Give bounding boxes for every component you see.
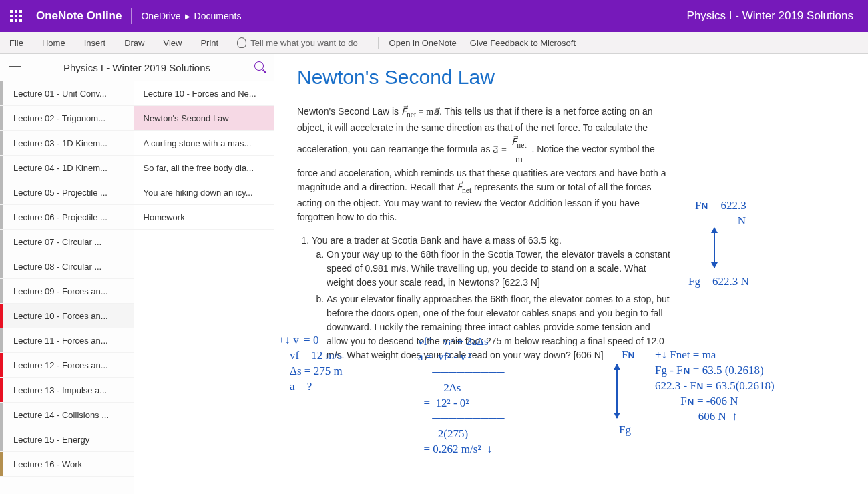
section-label: Lecture 10 - Forces an... bbox=[13, 311, 108, 321]
tab-print[interactable]: Print bbox=[191, 32, 228, 53]
ink-kinematics-solve: vf² = vᵢ² + 2aΔs a = vf² - vᵢ² ─────────… bbox=[418, 334, 505, 457]
lightbulb-icon bbox=[237, 37, 246, 48]
ink-fg-top: Fg = 622.3 N bbox=[688, 274, 749, 290]
navigation-sidebar: Physics I - Winter 2019 Solutions Lectur… bbox=[0, 54, 274, 494]
section-label: Lecture 12 - Forces an... bbox=[13, 360, 108, 370]
section-label: Lecture 05 - Projectile ... bbox=[13, 188, 107, 198]
tell-me-placeholder: Tell me what you want to do bbox=[250, 38, 357, 48]
section-item[interactable]: Lecture 09 - Forces an... bbox=[0, 279, 134, 304]
ink-newton-solve: +↓ Fnet = ma Fg - Fɴ = 63.5 (0.2618) 622… bbox=[655, 348, 775, 425]
section-item[interactable]: Lecture 15 - Energy bbox=[0, 427, 134, 452]
section-label: Lecture 15 - Energy bbox=[13, 435, 89, 445]
section-label: Lecture 07 - Circular ... bbox=[13, 237, 101, 247]
section-label: Lecture 03 - 1D Kinem... bbox=[13, 138, 107, 148]
section-item[interactable]: Lecture 14 - Collisions ... bbox=[0, 403, 134, 427]
tab-home[interactable]: Home bbox=[33, 32, 75, 53]
sidebar-header: Physics I - Winter 2019 Solutions bbox=[0, 54, 274, 81]
main-area: Physics I - Winter 2019 Solutions Lectur… bbox=[0, 54, 868, 494]
section-item[interactable]: Lecture 04 - 1D Kinem... bbox=[0, 156, 134, 180]
section-item[interactable]: Lecture 02 - Trigonom... bbox=[0, 106, 134, 131]
section-item[interactable]: Lecture 11 - Forces an... bbox=[0, 328, 134, 353]
app-launcher-button[interactable] bbox=[0, 0, 32, 32]
intro-paragraph: Newton's Second Law is F⃗net = ma⃗. This… bbox=[297, 105, 671, 224]
search-icon bbox=[254, 61, 264, 71]
section-item[interactable]: Lecture 07 - Circular ... bbox=[0, 230, 134, 254]
ink-force-arrow bbox=[616, 364, 618, 418]
tab-view[interactable]: View bbox=[154, 32, 192, 53]
section-item[interactable]: Lecture 10 - Forces an... bbox=[0, 304, 134, 328]
ribbon-tabs: File Home Insert Draw View Print Tell me… bbox=[0, 32, 868, 54]
page-item[interactable]: Newton's Second Law bbox=[134, 106, 274, 131]
tab-insert[interactable]: Insert bbox=[75, 32, 116, 53]
section-label: Lecture 08 - Circular ... bbox=[13, 262, 101, 272]
hamburger-icon bbox=[9, 66, 21, 71]
section-page-lists: Lecture 01 - Unit Conv...Lecture 02 - Tr… bbox=[0, 81, 274, 494]
ink-kinematics-given: +↓ vᵢ = 0 vf = 12 m/s Δs = 275 m a = ? bbox=[278, 333, 343, 395]
section-label: Lecture 13 - Impulse a... bbox=[13, 385, 107, 395]
section-label: Lecture 11 - Forces an... bbox=[13, 336, 108, 346]
app-brand: OneNote Online bbox=[32, 9, 131, 23]
section-label: Lecture 14 - Collisions ... bbox=[13, 410, 109, 420]
section-label: Lecture 04 - 1D Kinem... bbox=[13, 163, 107, 173]
section-item[interactable]: Lecture 03 - 1D Kinem... bbox=[0, 131, 134, 156]
section-item[interactable]: Lecture 05 - Projectile ... bbox=[0, 180, 134, 205]
section-item[interactable]: Lecture 01 - Unit Conv... bbox=[0, 81, 134, 106]
open-in-onenote-link[interactable]: Open in OneNote bbox=[389, 38, 457, 48]
breadcrumb[interactable]: OneDrive ▶ Documents bbox=[132, 11, 250, 21]
page-title: Newton's Second Law bbox=[297, 66, 848, 89]
section-label: Lecture 02 - Trigonom... bbox=[13, 113, 105, 123]
question-1a: On your way up to the 68th floor in the … bbox=[327, 248, 671, 290]
section-item[interactable]: Lecture 13 - Impulse a... bbox=[0, 378, 134, 403]
page-list[interactable]: Lecture 10 - Forces and Ne...Newton's Se… bbox=[134, 81, 274, 494]
ink-arrow-top bbox=[714, 228, 715, 268]
section-item[interactable]: Lecture 12 - Forces an... bbox=[0, 353, 134, 378]
nav-toggle-button[interactable] bbox=[0, 61, 29, 75]
section-list[interactable]: Lecture 01 - Unit Conv...Lecture 02 - Tr… bbox=[0, 81, 134, 494]
section-label: Lecture 06 - Projectile ... bbox=[13, 212, 107, 222]
page-item[interactable]: Homework bbox=[134, 205, 274, 230]
tell-me-search[interactable]: Tell me what you want to do bbox=[228, 37, 367, 48]
page-item[interactable]: Lecture 10 - Forces and Ne... bbox=[134, 81, 274, 106]
page-body-text: Newton's Second Law is F⃗net = ma⃗. This… bbox=[297, 105, 671, 362]
section-label: Lecture 09 - Forces an... bbox=[13, 286, 108, 296]
waffle-icon bbox=[10, 10, 22, 22]
section-item[interactable]: Lecture 06 - Projectile ... bbox=[0, 205, 134, 230]
section-item[interactable]: Lecture 08 - Circular ... bbox=[0, 254, 134, 279]
page-item[interactable]: A curling stone with a mas... bbox=[134, 131, 274, 156]
section-item[interactable]: Lecture 16 - Work bbox=[0, 452, 134, 477]
ink-fn-top: Fɴ = 622.3 N bbox=[695, 198, 746, 229]
sidebar-search-button[interactable] bbox=[244, 61, 274, 73]
tab-draw[interactable]: Draw bbox=[115, 32, 154, 53]
chevron-right-icon: ▶ bbox=[185, 13, 190, 20]
section-label: Lecture 01 - Unit Conv... bbox=[13, 89, 107, 99]
feedback-link[interactable]: Give Feedback to Microsoft bbox=[470, 38, 576, 48]
notebook-title[interactable]: Physics I - Winter 2019 Solutions bbox=[29, 62, 244, 73]
divider bbox=[378, 37, 379, 49]
page-content[interactable]: Newton's Second Law Newton's Second Law … bbox=[274, 54, 868, 494]
breadcrumb-leaf[interactable]: Documents bbox=[194, 11, 242, 21]
page-item[interactable]: So far, all the free body dia... bbox=[134, 156, 274, 180]
document-title: Physics I - Winter 2019 Solutions bbox=[687, 9, 868, 23]
title-bar: OneNote Online OneDrive ▶ Documents Phys… bbox=[0, 0, 868, 32]
breadcrumb-root[interactable]: OneDrive bbox=[141, 11, 180, 21]
section-label: Lecture 16 - Work bbox=[13, 459, 82, 469]
page-item[interactable]: You are hiking down an icy... bbox=[134, 180, 274, 205]
ink-fg-label: Fg bbox=[619, 423, 631, 438]
ink-fn-label: Fɴ bbox=[622, 348, 635, 363]
tab-file[interactable]: File bbox=[0, 32, 33, 53]
